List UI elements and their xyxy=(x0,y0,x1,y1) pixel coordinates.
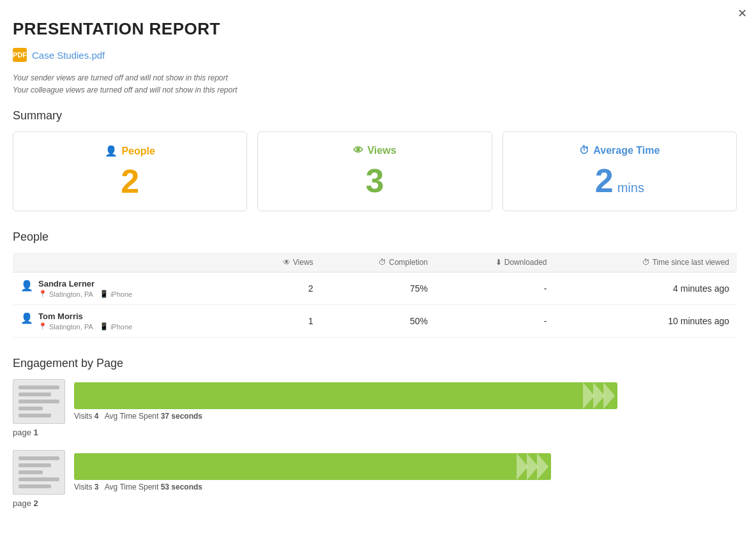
people-label: People xyxy=(121,146,155,157)
page-engagement-item-1: Visits 3 Avg Time Spent 53 seconds page … xyxy=(13,450,737,508)
col-completion-icon: ⏱ xyxy=(379,258,386,267)
file-name: Case Studies.pdf xyxy=(32,50,105,61)
people-value: 2 xyxy=(121,165,139,198)
page-engagement-item-0: Visits 4 Avg Time Spent 37 seconds page … xyxy=(13,379,737,437)
table-header-row: 👁 Views ⏱ Completion ⬇ Downloaded xyxy=(13,253,737,273)
notice-text: Your sender views are turned off and wil… xyxy=(13,72,737,96)
person-device-0: 📱 iPhone xyxy=(100,290,132,298)
person-cell-1: 👤 Tom Morris 📍 Slatington, PA 📱 xyxy=(13,305,239,338)
summary-cards: 👤 People 2 👁 Views 3 ⏱ Average Time xyxy=(13,131,737,211)
person-device-1: 📱 iPhone xyxy=(100,322,132,331)
time-since-cell-1: 10 minutes ago xyxy=(555,305,737,338)
col-completion: ⏱ Completion xyxy=(321,253,435,273)
file-link[interactable]: PDF Case Studies.pdf xyxy=(13,48,737,62)
views-icon: 👁 xyxy=(353,145,363,156)
modal-container: ✕ PRESENTATION REPORT PDF Case Studies.p… xyxy=(0,0,756,547)
card-header-views: 👁 Views xyxy=(268,145,481,156)
downloaded-cell-0: - xyxy=(435,273,555,305)
engagement-bar-container-1: Visits 3 Avg Time Spent 53 seconds xyxy=(74,453,737,491)
location-icon-0: 📍 xyxy=(38,290,47,298)
avg-time-value-0: 37 seconds xyxy=(161,412,202,421)
engagement-row-1: Visits 3 Avg Time Spent 53 seconds xyxy=(13,450,737,495)
person-name-1: Tom Morris xyxy=(38,311,132,321)
arrow-chevron xyxy=(603,382,615,409)
summary-section-title: Summary xyxy=(13,109,737,123)
downloaded-cell-1: - xyxy=(435,305,555,338)
people-section: People 👁 Views ⏱ Completion xyxy=(13,230,737,338)
person-cell-0: 👤 Sandra Lerner 📍 Slatington, PA xyxy=(13,273,239,305)
views-cell-0: 2 xyxy=(239,273,321,305)
summary-card-people: 👤 People 2 xyxy=(13,131,247,211)
engagement-bar-1 xyxy=(74,453,551,480)
person-name-0: Sandra Lerner xyxy=(38,279,132,288)
views-value: 3 xyxy=(366,164,384,197)
page-label-1: page 2 xyxy=(13,498,737,508)
col-time-icon: ⏱ xyxy=(642,258,650,267)
completion-cell-0: 75% xyxy=(321,273,435,305)
avg-time-label: Average Time xyxy=(593,145,660,156)
device-icon-0: 📱 xyxy=(100,290,109,298)
avg-time-unit: mins xyxy=(617,181,644,195)
thumb-line xyxy=(19,414,51,417)
engagement-section: Engagement by Page xyxy=(13,357,737,508)
avg-time-icon: ⏱ xyxy=(579,145,589,156)
engagement-stats-0: Visits 4 Avg Time Spent 37 seconds xyxy=(74,412,737,421)
file-icon: PDF xyxy=(13,48,27,62)
engagement-bar-0 xyxy=(74,382,617,409)
views-cell-1: 1 xyxy=(239,305,321,338)
visits-value-0: 4 xyxy=(94,412,99,421)
time-since-cell-0: 4 minutes ago xyxy=(555,273,737,305)
engagement-row-0: Visits 4 Avg Time Spent 37 seconds xyxy=(13,379,737,424)
engagement-section-title: Engagement by Page xyxy=(13,357,737,370)
completion-cell-1: 50% xyxy=(321,305,435,338)
page-number-1: 2 xyxy=(34,498,38,508)
person-icon-0: 👤 xyxy=(20,280,33,292)
person-location-0: 📍 Slatington, PA xyxy=(38,290,93,298)
page-thumbnail-0 xyxy=(13,379,65,424)
thumb-line xyxy=(19,463,51,467)
thumb-line xyxy=(19,456,59,460)
col-name xyxy=(13,253,239,273)
page-label-0: page 1 xyxy=(13,428,737,437)
col-views: 👁 Views xyxy=(239,253,321,273)
card-header-people: 👤 People xyxy=(24,145,236,157)
page-title: PRESENTATION REPORT xyxy=(13,19,737,39)
col-views-icon: 👁 xyxy=(283,258,291,267)
summary-card-views: 👁 Views 3 xyxy=(257,131,492,211)
col-time-since: ⏱ Time since last viewed xyxy=(555,253,737,273)
engagement-stats-1: Visits 3 Avg Time Spent 53 seconds xyxy=(74,483,737,491)
thumb-line xyxy=(19,400,59,403)
location-icon-1: 📍 xyxy=(38,322,47,331)
thumb-line xyxy=(19,470,43,474)
people-table: 👁 Views ⏱ Completion ⬇ Downloaded xyxy=(13,253,737,338)
card-header-avg-time: ⏱ Average Time xyxy=(513,145,726,156)
summary-card-avg-time: ⏱ Average Time 2 mins xyxy=(503,131,737,211)
col-download-icon: ⬇ xyxy=(495,258,502,267)
thumb-line xyxy=(19,407,43,410)
close-button[interactable]: ✕ xyxy=(737,6,747,20)
notice-line-2: Your colleague views are turned off and … xyxy=(13,84,737,96)
engagement-bar-container-0: Visits 4 Avg Time Spent 37 seconds xyxy=(74,382,737,421)
visits-value-1: 3 xyxy=(94,483,99,491)
bar-arrows-0 xyxy=(584,382,615,409)
bar-arrows-1 xyxy=(518,453,548,480)
page-number-0: 1 xyxy=(34,428,38,437)
views-label: Views xyxy=(367,145,396,156)
thumb-line xyxy=(19,484,51,488)
arrow-chevron xyxy=(537,453,548,480)
thumb-line xyxy=(19,393,51,396)
notice-line-1: Your sender views are turned off and wil… xyxy=(13,72,737,84)
person-icon-1: 👤 xyxy=(20,312,33,324)
col-downloaded: ⬇ Downloaded xyxy=(435,253,555,273)
table-row: 👤 Tom Morris 📍 Slatington, PA 📱 xyxy=(13,305,737,338)
people-icon: 👤 xyxy=(105,145,117,157)
person-location-1: 📍 Slatington, PA xyxy=(38,322,93,331)
avg-time-value: 2 xyxy=(595,164,614,197)
avg-time-value-1: 53 seconds xyxy=(161,483,202,491)
thumb-line xyxy=(19,386,59,389)
table-row: 👤 Sandra Lerner 📍 Slatington, PA xyxy=(13,273,737,305)
page-thumbnail-1 xyxy=(13,450,65,495)
thumb-line xyxy=(19,477,59,481)
device-icon-1: 📱 xyxy=(100,322,109,331)
people-section-title: People xyxy=(13,230,737,244)
